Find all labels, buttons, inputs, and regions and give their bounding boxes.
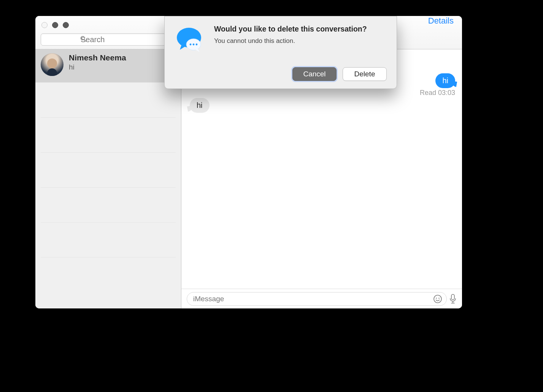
svg-rect-5 <box>451 294 454 300</box>
svg-point-12 <box>196 44 198 46</box>
cancel-button[interactable]: Cancel <box>292 67 337 81</box>
compose-bar <box>181 289 462 308</box>
outgoing-message-text: hi <box>442 76 448 85</box>
delete-button[interactable]: Delete <box>343 67 387 81</box>
svg-point-3 <box>436 297 437 299</box>
outgoing-message-bubble[interactable]: hi <box>435 73 455 88</box>
conversation-item[interactable]: Nimesh Neema hi <box>35 49 181 83</box>
search-input[interactable] <box>41 33 176 46</box>
message-input[interactable] <box>187 292 447 306</box>
search-icon <box>80 36 86 42</box>
svg-point-11 <box>193 44 195 46</box>
cancel-button-label: Cancel <box>303 70 325 78</box>
conversation-name: Nimesh Neema <box>69 53 126 62</box>
messages-app-icon <box>175 25 206 56</box>
delete-button-label: Delete <box>354 70 375 78</box>
empty-list-rows <box>35 83 181 258</box>
delete-conversation-dialog: Would you like to delete this conversati… <box>164 16 397 89</box>
emoji-icon[interactable] <box>433 294 442 303</box>
read-receipt: Read 03:03 <box>420 89 455 97</box>
details-link[interactable]: Details <box>428 16 454 26</box>
dialog-subtitle: You cannot undo this action. <box>214 37 367 45</box>
svg-point-2 <box>434 295 441 303</box>
avatar <box>41 53 64 76</box>
sidebar: Nimesh Neema hi <box>35 49 181 308</box>
svg-point-10 <box>190 44 192 46</box>
conversation-preview: hi <box>69 63 126 71</box>
dialog-title: Would you like to delete this conversati… <box>214 25 367 33</box>
sidebar-header <box>35 16 181 49</box>
incoming-message-bubble[interactable]: hi <box>190 98 210 113</box>
microphone-icon[interactable] <box>449 294 457 304</box>
svg-line-1 <box>84 40 86 42</box>
conversation-list: Nimesh Neema hi <box>35 49 181 308</box>
incoming-message-text: hi <box>197 101 203 109</box>
svg-point-4 <box>438 297 440 299</box>
